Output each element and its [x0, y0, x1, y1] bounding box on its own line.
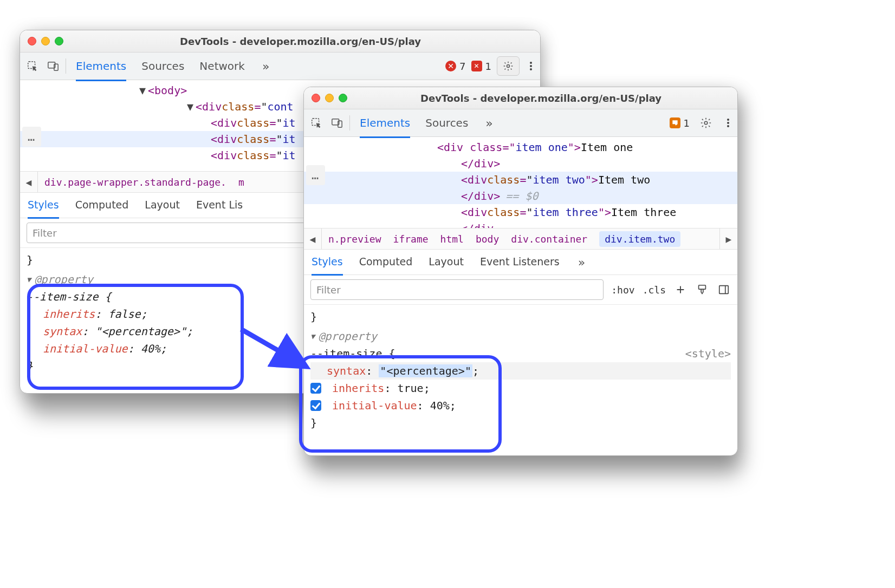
close-dot[interactable]	[312, 94, 320, 102]
crumb-item[interactable]: html	[440, 233, 464, 245]
tab-computed[interactable]: Computed	[75, 192, 129, 219]
errors-count: 7	[459, 61, 465, 72]
warnings-badge[interactable]: 1	[670, 117, 690, 129]
show-more-button[interactable]: …	[306, 165, 325, 185]
warning-icon: ✕	[471, 61, 482, 71]
kebab-menu[interactable]	[722, 119, 734, 127]
show-more-button[interactable]: …	[22, 127, 41, 147]
titlebar: DevTools - developer.mozilla.org/en-US/p…	[20, 30, 540, 53]
filter-input[interactable]: Filter	[310, 279, 604, 300]
svg-point-7	[704, 121, 708, 125]
breadcrumb: ◀ n.preview iframe html body div.contain…	[304, 228, 737, 250]
warning-icon	[670, 117, 680, 128]
property-toggle[interactable]	[310, 383, 321, 394]
panel-tabs: Elements Sources »	[353, 109, 495, 136]
crumb-item[interactable]: m	[238, 177, 244, 188]
crumb-item[interactable]: div.container	[511, 233, 587, 245]
rule-selector[interactable]: --item-size { <style>	[310, 345, 731, 362]
error-icon: ✕	[445, 61, 456, 71]
tab-layout[interactable]: Layout	[429, 249, 464, 276]
dom-node[interactable]: <body>	[148, 84, 187, 97]
window-title: DevTools - developer.mozilla.org/en-US/p…	[68, 36, 533, 47]
tab-computed[interactable]: Computed	[359, 249, 413, 276]
zoom-dot[interactable]	[55, 37, 63, 45]
settings-button[interactable]	[497, 56, 520, 76]
tab-layout[interactable]: Layout	[145, 192, 180, 219]
crumb-scroll-right[interactable]: ▶	[719, 228, 737, 249]
panel-tabs: Elements Sources Network »	[69, 53, 271, 80]
minimize-dot[interactable]	[41, 37, 50, 45]
more-tabs-button[interactable]: »	[576, 256, 587, 269]
errors-badge[interactable]: ✕ 7	[445, 61, 465, 72]
main-toolbar: Elements Sources Network » ✕ 7 ✕ 1	[20, 53, 540, 80]
crumb-item[interactable]: body	[476, 233, 499, 245]
svg-point-3	[507, 65, 510, 68]
tab-event-listeners[interactable]: Event Lis	[196, 192, 243, 219]
titlebar: DevTools - developer.mozilla.org/en-US/p…	[304, 87, 737, 109]
tab-styles[interactable]: Styles	[312, 249, 343, 276]
dom-tree[interactable]: … <div class="item one">Item one </div> …	[304, 137, 737, 228]
settings-button[interactable]	[695, 114, 717, 132]
warnings-count: 1	[485, 61, 491, 72]
secondary-tabs: Styles Computed Layout Event Listeners »	[304, 250, 737, 275]
new-rule-button[interactable]	[673, 283, 688, 297]
hov-toggle[interactable]: :hov	[611, 284, 634, 296]
tab-network[interactable]: Network	[199, 53, 245, 81]
more-tabs-button[interactable]: »	[483, 109, 495, 136]
rule-declaration[interactable]: initial-value: 40%;	[310, 397, 731, 414]
kebab-menu[interactable]	[525, 62, 537, 70]
crumb-scroll-left[interactable]: ◀	[20, 172, 38, 192]
minimize-dot[interactable]	[325, 94, 334, 102]
tab-elements[interactable]: Elements	[360, 109, 410, 138]
close-dot[interactable]	[28, 37, 36, 45]
zoom-dot[interactable]	[339, 94, 347, 102]
source-link[interactable]: <style>	[685, 345, 731, 362]
crumb-item[interactable]: iframe	[393, 233, 429, 245]
device-icon[interactable]	[328, 114, 346, 132]
rule-brace-close: }	[310, 414, 731, 432]
tab-styles[interactable]: Styles	[28, 192, 59, 219]
svg-rect-8	[699, 285, 706, 289]
rule-declaration[interactable]: syntax: "<percentage>";	[310, 362, 731, 380]
styles-filter-row: Filter :hov .cls	[304, 275, 737, 305]
window-title: DevTools - developer.mozilla.org/en-US/p…	[352, 93, 730, 104]
warnings-badge[interactable]: ✕ 1	[471, 61, 491, 72]
tab-sources[interactable]: Sources	[425, 109, 468, 138]
main-toolbar: Elements Sources » 1	[304, 109, 737, 137]
property-toggle[interactable]	[310, 400, 321, 411]
crumb-item-selected[interactable]: div.item.two	[599, 231, 680, 247]
inspect-icon[interactable]	[23, 57, 42, 75]
inspect-icon[interactable]	[307, 114, 326, 132]
crumb-item[interactable]: n.preview	[328, 233, 381, 245]
svg-rect-9	[719, 286, 729, 294]
crumb-scroll-left[interactable]: ◀	[304, 228, 322, 249]
styles-pane: } ▼@property --item-size { <style> synta…	[304, 305, 737, 441]
tab-sources[interactable]: Sources	[141, 53, 184, 81]
crumb-item[interactable]: div.page-wrapper.standard-page.	[44, 177, 226, 188]
brush-icon[interactable]	[695, 283, 709, 297]
device-icon[interactable]	[44, 57, 62, 75]
rule-brace-close: }	[310, 308, 731, 325]
tab-elements[interactable]: Elements	[76, 53, 126, 81]
devtools-window-b: DevTools - developer.mozilla.org/en-US/p…	[303, 87, 738, 456]
more-tabs-button[interactable]: »	[260, 53, 271, 80]
tab-event-listeners[interactable]: Event Listeners	[480, 249, 560, 276]
at-property-header[interactable]: ▼@property	[310, 330, 731, 343]
cls-toggle[interactable]: .cls	[643, 284, 666, 296]
toggle-sidebar-icon[interactable]	[717, 283, 731, 297]
rule-declaration[interactable]: inherits: true;	[310, 380, 731, 397]
warnings-count: 1	[684, 117, 690, 129]
